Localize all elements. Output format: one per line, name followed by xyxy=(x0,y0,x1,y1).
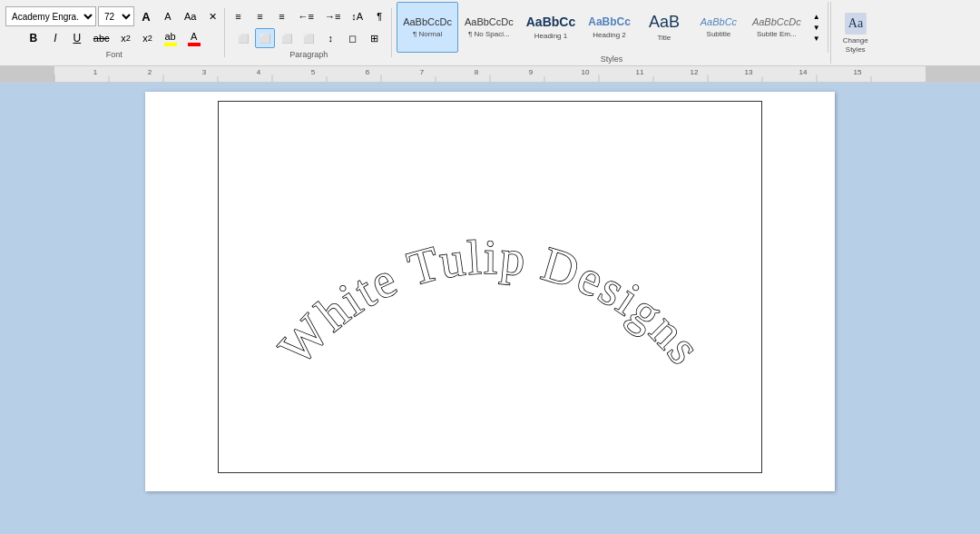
gallery-more-arrow[interactable]: ▼ xyxy=(809,33,824,44)
svg-text:13: 13 xyxy=(745,69,753,77)
line-spacing-button[interactable]: ↕ xyxy=(320,28,340,48)
gallery-down-arrow[interactable]: ▼ xyxy=(809,22,824,33)
style-heading2[interactable]: AaBbCc Heading 2 xyxy=(582,2,637,53)
page: White Tulip Designs xyxy=(145,92,835,491)
styles-group-label: Styles xyxy=(395,54,828,64)
font-color-swatch xyxy=(188,43,201,46)
bold-button[interactable]: B xyxy=(24,28,44,48)
gallery-up-arrow[interactable]: ▲ xyxy=(809,11,824,22)
change-styles-icon: Aa xyxy=(843,11,868,36)
svg-text:7: 7 xyxy=(420,69,424,77)
numbering-button[interactable]: ≡ xyxy=(250,6,270,26)
align-center-button[interactable]: ⬜ xyxy=(255,28,275,48)
svg-text:5: 5 xyxy=(311,69,315,77)
underline-button[interactable]: U xyxy=(67,28,87,48)
font-group-label: Font xyxy=(106,50,122,59)
borders-button[interactable]: ⊞ xyxy=(364,28,384,48)
highlight-button[interactable]: ab xyxy=(160,28,181,48)
style-no-spacing[interactable]: AaBbCcDc ¶ No Spaci... xyxy=(458,2,520,53)
paragraph-group: ≡ ≡ ≡ ←≡ →≡ ↕A ¶ ⬜ ⬜ ⬜ ⬜ ↕ ◻ ⊞ Para xyxy=(226,8,392,57)
style-heading1[interactable]: AaBbCc Heading 1 xyxy=(520,2,582,53)
style-subtitle[interactable]: AaBbCc Subtitle xyxy=(691,2,746,53)
italic-button[interactable]: I xyxy=(45,28,65,48)
show-marks-button[interactable]: ¶ xyxy=(369,6,389,26)
svg-text:9: 9 xyxy=(529,69,533,77)
page-content[interactable]: White Tulip Designs xyxy=(218,101,762,473)
toolbar-container: Academy Engra... 72 A A Aa ✕ B I U abc x… xyxy=(0,0,980,83)
clear-format-button[interactable]: ✕ xyxy=(202,6,222,26)
ruler-svg: 1 2 3 4 5 6 7 8 9 10 11 12 13 14 15 xyxy=(0,66,980,82)
svg-text:3: 3 xyxy=(202,69,206,77)
shrink-font-button[interactable]: A xyxy=(158,6,178,26)
svg-text:6: 6 xyxy=(366,69,369,77)
svg-rect-4 xyxy=(926,66,980,82)
document-area: White Tulip Designs xyxy=(0,83,980,517)
bullets-button[interactable]: ≡ xyxy=(228,6,248,26)
superscript-button[interactable]: x2 xyxy=(138,28,158,48)
change-styles-label: Change Styles xyxy=(838,36,874,54)
justify-button[interactable]: ⬜ xyxy=(299,28,318,48)
highlight-color-swatch xyxy=(164,43,177,46)
svg-text:White Tulip Designs: White Tulip Designs xyxy=(269,230,713,375)
arc-text-svg: White Tulip Designs xyxy=(219,102,761,472)
style-normal[interactable]: AaBbCcDc ¶ Normal xyxy=(397,2,458,53)
svg-text:1: 1 xyxy=(93,69,97,77)
svg-text:Aa: Aa xyxy=(848,16,864,30)
svg-text:11: 11 xyxy=(636,69,644,77)
decrease-indent-button[interactable]: ←≡ xyxy=(293,6,318,26)
svg-text:15: 15 xyxy=(854,69,862,77)
paragraph-group-label: Paragraph xyxy=(289,50,328,59)
font-group: Academy Engra... 72 A A Aa ✕ B I U abc x… xyxy=(4,8,225,57)
style-subtle-em[interactable]: AaBbCcDc Subtle Em... xyxy=(746,2,808,53)
change-styles-button[interactable]: Aa Change Styles xyxy=(832,7,879,58)
svg-text:2: 2 xyxy=(148,69,152,77)
svg-text:14: 14 xyxy=(799,69,808,77)
svg-text:10: 10 xyxy=(582,69,591,77)
svg-text:12: 12 xyxy=(691,69,699,77)
subscript-button[interactable]: x2 xyxy=(116,28,136,48)
align-right-button[interactable]: ⬜ xyxy=(277,28,297,48)
ribbon-row1: Academy Engra... 72 A A Aa ✕ B I U abc x… xyxy=(0,0,980,66)
case-button[interactable]: Aa xyxy=(180,6,201,26)
strikethrough-button[interactable]: abc xyxy=(89,28,114,48)
svg-text:4: 4 xyxy=(257,69,261,77)
sort-button[interactable]: ↕A xyxy=(347,6,368,26)
increase-indent-button[interactable]: →≡ xyxy=(320,6,345,26)
font-select[interactable]: Academy Engra... xyxy=(5,6,96,26)
styles-group: AaBbCcDc ¶ Normal AaBbCcDc ¶ No Spaci...… xyxy=(393,2,831,64)
shading-button[interactable]: ◻ xyxy=(342,28,362,48)
style-title[interactable]: AaB Title xyxy=(637,2,691,53)
styles-gallery: AaBbCcDc ¶ Normal AaBbCcDc ¶ No Spaci...… xyxy=(395,2,828,53)
multilevel-button[interactable]: ≡ xyxy=(271,6,291,26)
svg-text:8: 8 xyxy=(475,69,478,77)
font-color-button[interactable]: A xyxy=(183,28,205,48)
ruler: 1 2 3 4 5 6 7 8 9 10 11 12 13 14 15 xyxy=(0,66,980,83)
gallery-scroll: ▲ ▼ ▼ xyxy=(808,11,826,44)
size-select[interactable]: 72 xyxy=(98,6,134,26)
svg-rect-3 xyxy=(0,66,54,82)
grow-font-button[interactable]: A xyxy=(136,6,156,26)
align-left-button[interactable]: ⬜ xyxy=(233,28,253,48)
